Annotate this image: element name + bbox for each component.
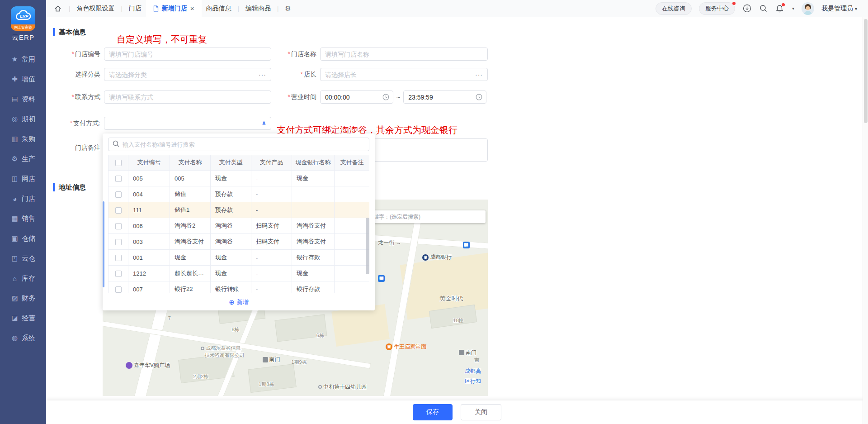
tab-edit-product[interactable]: 编辑商品 xyxy=(245,5,271,13)
row-checkbox[interactable] xyxy=(115,176,122,182)
tab-role-permission[interactable]: 角色权限设置 xyxy=(76,5,114,13)
row-checkbox[interactable] xyxy=(115,286,122,293)
col-pay-note: 支付备注 xyxy=(335,155,370,170)
payment-row[interactable]: 111储值1预存款- xyxy=(108,202,370,218)
remark-label: 门店备注 xyxy=(48,144,104,152)
page-scrollbar[interactable] xyxy=(863,17,868,424)
avatar[interactable] xyxy=(802,2,814,15)
payment-search-input[interactable] xyxy=(123,138,369,151)
sidebar-item-finance[interactable]: ▨财务 xyxy=(0,288,46,308)
row-checkbox[interactable] xyxy=(115,191,122,198)
cell-bank xyxy=(292,202,335,218)
category-input[interactable] xyxy=(104,68,271,81)
map-keyword-search[interactable] xyxy=(363,210,486,223)
section-address-info: 地址信息 xyxy=(53,183,86,191)
map-label: 18幢 xyxy=(453,317,463,324)
chevron-up-icon[interactable]: ∧ xyxy=(261,119,266,126)
sidebar-item-target[interactable]: ◎期初 xyxy=(0,109,46,129)
hours-end-input[interactable] xyxy=(404,91,486,103)
tab-store[interactable]: 门店 xyxy=(129,5,142,13)
map-label-text: 成都高 xyxy=(465,367,481,375)
category-label: 选择分类 xyxy=(48,71,104,79)
page-scrollbar-thumb[interactable] xyxy=(864,19,868,123)
store-code-input[interactable] xyxy=(104,48,271,60)
add-payment-button[interactable]: ⊕ 新增 xyxy=(103,294,375,310)
sidebar-item-operation[interactable]: ◪经营 xyxy=(0,308,46,328)
row-checkbox-cell xyxy=(108,281,128,294)
gear-icon[interactable]: ⚙ xyxy=(285,5,291,13)
app-logo: ERP 网上管家婆 云ERP xyxy=(0,0,46,42)
cloud-download-icon[interactable] xyxy=(742,4,751,13)
sidebar-item-plus-square[interactable]: ✚增值 xyxy=(0,69,46,89)
sidebar-item-store-pie[interactable]: ◕门店 xyxy=(0,189,46,209)
map-keyword-input[interactable] xyxy=(363,214,486,220)
row-checkbox[interactable] xyxy=(115,255,122,261)
main-area: | 角色权限设置 | 门店 新增门店 × 商品信息 | 编辑商品 | ⚙ 在线咨… xyxy=(46,0,868,424)
admin-name-label: 我是管理员 xyxy=(821,5,853,12)
bell-icon[interactable] xyxy=(775,4,784,13)
payment-row[interactable]: 1212超长超长超…现金-现金 xyxy=(108,266,370,281)
sidebar-item-warehouse[interactable]: ▣仓储 xyxy=(0,229,46,248)
manager-input[interactable] xyxy=(321,68,487,81)
map-label-text: 牛王庙家常面 xyxy=(394,343,426,351)
save-button[interactable]: 保存 xyxy=(413,404,453,420)
payment-row[interactable]: 006淘淘谷2淘淘谷扫码支付淘淘谷支付 xyxy=(108,218,370,234)
sidebar-item-documents[interactable]: ▤资料 xyxy=(0,89,46,109)
payment-row[interactable]: 001现金现金-银行存款 xyxy=(108,250,370,266)
close-button[interactable]: 关闭 xyxy=(461,404,501,420)
sidebar-item-system-gear[interactable]: ◍系统 xyxy=(0,328,46,348)
cell-name: 银行22 xyxy=(170,281,211,294)
logo-icon: ERP 网上管家婆 xyxy=(11,6,35,31)
map-label: 区行知 xyxy=(465,377,481,385)
sidebar-item-procurement[interactable]: ▥采购 xyxy=(0,129,46,149)
cell-name: 淘淘谷2 xyxy=(170,218,211,234)
select-all-checkbox[interactable] xyxy=(115,160,122,166)
map-label: 南门 xyxy=(459,349,476,357)
close-icon[interactable]: × xyxy=(190,5,194,12)
contact-label: *联系方式 xyxy=(48,93,104,101)
tab-product-info[interactable]: 商品信息 xyxy=(206,5,231,13)
sidebar-item-production[interactable]: ⚙生产 xyxy=(0,149,46,169)
payment-row[interactable]: 005005现金-现金 xyxy=(108,171,370,186)
row-checkbox[interactable] xyxy=(115,207,122,214)
field-store-code: *门店编号 xyxy=(48,48,271,61)
online-consult-button[interactable]: 在线咨询 xyxy=(656,2,692,15)
field-remark: 门店备注 xyxy=(48,144,104,152)
hours-start-input[interactable] xyxy=(321,91,393,103)
manager-more-button[interactable]: ··· xyxy=(474,70,484,79)
search-icon[interactable] xyxy=(759,4,768,13)
sidebar-item-sales-chart[interactable]: ▦销售 xyxy=(0,209,46,229)
payment-row[interactable]: 007银行22银行转账-银行存款 xyxy=(108,281,370,294)
row-checkbox[interactable] xyxy=(115,223,122,229)
map-label: 龙一街 → xyxy=(378,239,401,247)
sidebar-item-inventory-home[interactable]: ⌂库存 xyxy=(0,268,46,288)
dropdown-scrollbar-thumb[interactable] xyxy=(366,218,369,274)
clock-icon[interactable] xyxy=(382,94,389,102)
required-asterisk: * xyxy=(72,93,74,100)
tab-new-store-active[interactable]: 新增门店 × xyxy=(146,0,202,17)
payment-select[interactable] xyxy=(104,117,271,129)
chevron-down-icon[interactable]: ▾ xyxy=(792,6,794,11)
map-label: 中和第十四幼儿园 xyxy=(318,383,367,391)
contact-input[interactable] xyxy=(104,91,271,103)
required-asterisk: * xyxy=(72,50,74,57)
sidebar-item-label: 财务 xyxy=(22,294,35,303)
sidebar-menu: ★常用✚增值▤资料◎期初▥采购⚙生产◫网店◕门店▦销售▣仓储◳云仓⌂库存▨财务◪… xyxy=(0,49,46,348)
sidebar-item-label: 云仓 xyxy=(22,254,35,263)
payment-row[interactable]: 004储值预存款- xyxy=(108,186,370,202)
inventory-home-icon: ⌂ xyxy=(11,275,19,282)
store-name-input[interactable] xyxy=(321,48,487,60)
admin-menu[interactable]: 我是管理员 ▾ xyxy=(821,5,857,13)
map-label: 1期8栋 xyxy=(259,381,274,388)
sidebar-item-star[interactable]: ★常用 xyxy=(0,49,46,69)
map-label: 南门 xyxy=(263,356,280,363)
sidebar-item-cloud-warehouse[interactable]: ◳云仓 xyxy=(0,248,46,268)
row-checkbox[interactable] xyxy=(115,239,122,245)
home-icon[interactable] xyxy=(53,4,62,13)
clock-icon[interactable] xyxy=(476,94,482,102)
row-checkbox[interactable] xyxy=(115,271,122,277)
payment-row[interactable]: 003淘淘谷支付淘淘谷扫码支付淘淘谷支付 xyxy=(108,234,370,250)
cell-code: 005 xyxy=(128,171,170,186)
service-center-button[interactable]: 服务中心 xyxy=(699,2,735,15)
sidebar-item-online-shop[interactable]: ◫网店 xyxy=(0,169,46,189)
